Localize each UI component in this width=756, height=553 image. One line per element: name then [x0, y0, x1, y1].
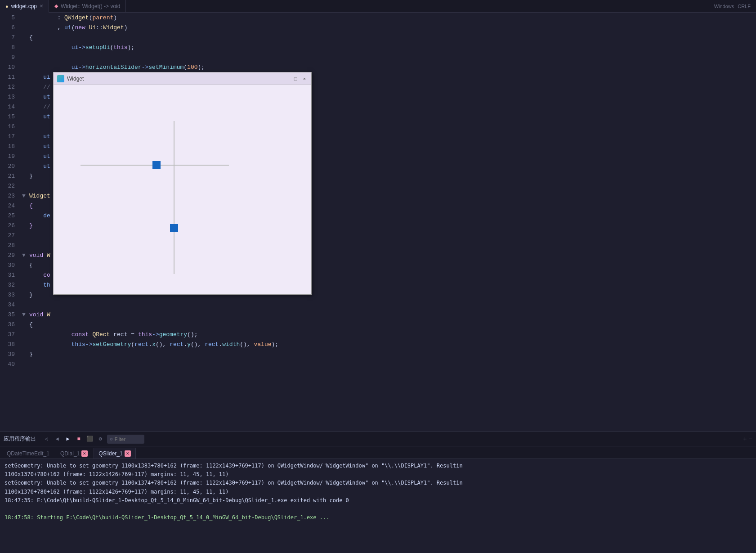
- list-item: 18:47:35: E:\Code\Qt\build-QSlider_1-Des…: [4, 496, 752, 505]
- v-slider-handle[interactable]: [170, 224, 178, 232]
- toolbar-scroll-left-icon[interactable]: ◀: [53, 435, 61, 443]
- toolbar-settings-icon[interactable]: ⚙: [96, 435, 104, 443]
- tab-qdatetimeedit-label: QDateTimeEdit_1: [7, 450, 49, 457]
- tab-label: widget.cpp: [11, 3, 37, 9]
- tab-qslider[interactable]: QSlider_1 ✕: [94, 448, 135, 459]
- table-row: 35 ▼ void W: [0, 310, 756, 319]
- list-item-starting: 18:47:58: Starting E:\Code\Qt\build-QSli…: [4, 513, 752, 522]
- tab-qslider-label: QSlider_1: [98, 450, 122, 457]
- tab-fn-label: Widget:: Widget() -> void: [61, 3, 120, 9]
- widget-app-icon: [57, 75, 64, 82]
- tab-qdial-label: QDial_1: [60, 450, 80, 457]
- horizontal-slider[interactable]: [81, 161, 229, 170]
- tab-widget-cpp[interactable]: ● widget.cpp ✕: [0, 0, 49, 13]
- panel-tabs: QDateTimeEdit_1 QDial_1 ✕ QSlider_1 ✕: [0, 446, 756, 459]
- plus-minus-controls: + −: [743, 436, 752, 442]
- tab-qdial-close-icon[interactable]: ✕: [81, 450, 88, 457]
- tab-right-area: Windows CRLF: [714, 4, 756, 9]
- list-item: 1100x1370+780+162 (frame: 1122x1426+769+…: [4, 488, 752, 496]
- editor-area: 5 : QWidget(parent) 6 , ui(new Ui::Widge…: [0, 13, 756, 432]
- toolbar-step-icon[interactable]: ⬛: [85, 435, 94, 443]
- tab-bar: ● widget.cpp ✕ ◆ Widget:: Widget() -> vo…: [0, 0, 756, 13]
- h-slider-track: [81, 165, 229, 166]
- table-row: 38 this->setGeometry(rect.x(), rect.y(),…: [0, 339, 756, 349]
- platform-label: Windows: [714, 4, 734, 9]
- toolbar-scroll-up-icon[interactable]: ◁: [42, 435, 50, 443]
- toolbar-play-icon[interactable]: ▶: [64, 435, 72, 443]
- widget-controls: ─ □ ×: [283, 76, 308, 82]
- tab-qdatetimeedit[interactable]: QDateTimeEdit_1: [2, 448, 54, 459]
- list-item: 1100x1370+780+162 (frame: 1122x1426+769+…: [4, 470, 752, 479]
- filter-input[interactable]: [115, 436, 142, 442]
- table-row: 10 ui->horizontalSlider->setMinimum(100)…: [0, 62, 756, 72]
- widget-body: [54, 85, 311, 294]
- tab-qdial[interactable]: QDial_1 ✕: [55, 448, 93, 459]
- output-content: setGeometry: Unable to set geometry 1100…: [0, 459, 756, 553]
- table-row: 34: [0, 300, 756, 310]
- toolbar-stop-icon[interactable]: ■: [75, 435, 83, 443]
- filter-box: ⊘: [107, 435, 144, 444]
- list-item: setGeometry: Unable to set geometry 1100…: [4, 479, 752, 487]
- widget-titlebar: Widget ─ □ ×: [54, 72, 311, 85]
- plus-button[interactable]: +: [743, 436, 747, 442]
- tab-qslider-close-icon[interactable]: ✕: [125, 450, 131, 457]
- tab-fn-icon: ◆: [54, 3, 58, 9]
- tab-icon: ●: [5, 4, 9, 9]
- panel-toolbar: 应用程序输出 ◁ ◀ ▶ ■ ⬛ ⚙ ⊘ + −: [0, 432, 756, 446]
- table-row: 40: [0, 359, 756, 369]
- list-item: [4, 505, 752, 513]
- filter-icon: ⊘: [110, 436, 113, 442]
- bottom-panel: 应用程序输出 ◁ ◀ ▶ ■ ⬛ ⚙ ⊘ + − QDateTimeEdit_1…: [0, 432, 756, 553]
- line-ending-label: CRLF: [738, 4, 751, 9]
- tab-function[interactable]: ◆ Widget:: Widget() -> void: [49, 0, 126, 13]
- widget-preview-window[interactable]: Widget ─ □ ×: [53, 72, 312, 295]
- minimize-button[interactable]: ─: [283, 76, 290, 82]
- vertical-slider[interactable]: [170, 121, 179, 274]
- panel-title: 应用程序输出: [4, 435, 36, 443]
- table-row: 6 , ui(new Ui::Widget): [0, 22, 756, 32]
- close-button[interactable]: ×: [301, 76, 308, 82]
- table-row: 8 ui->setupUi(this);: [0, 42, 756, 52]
- maximize-button[interactable]: □: [292, 76, 299, 82]
- v-slider-track: [174, 121, 174, 274]
- tab-close-icon[interactable]: ✕: [40, 4, 43, 9]
- h-slider-handle[interactable]: [152, 161, 161, 169]
- list-item: setGeometry: Unable to set geometry 1100…: [4, 462, 752, 470]
- widget-title: Widget: [67, 76, 283, 82]
- minus-button[interactable]: −: [749, 436, 752, 442]
- table-row: 39 }: [0, 349, 756, 359]
